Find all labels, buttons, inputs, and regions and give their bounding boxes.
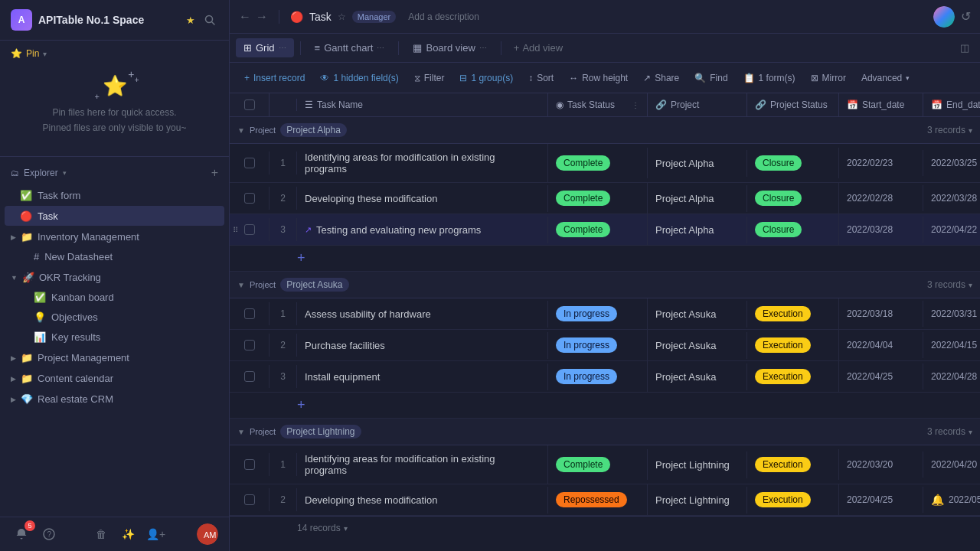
project-management-header[interactable]: ▶ 📁 Project Management: [0, 348, 229, 367]
row-checkbox[interactable]: [244, 340, 255, 350]
status-badge: In progress: [556, 369, 617, 384]
tab-grid[interactable]: ⊞ Grid ⋯: [236, 38, 294, 57]
row-checkbox[interactable]: [244, 494, 255, 505]
explorer-header[interactable]: 🗂 Explorer ▾ +: [0, 161, 229, 184]
content-calendar-header[interactable]: ▶ 📁 Content calendar: [0, 369, 229, 388]
group-alpha-chevron-icon[interactable]: ▼: [237, 126, 245, 135]
group-lightning-tag[interactable]: Project Lightning: [280, 425, 361, 439]
row-status: Complete: [548, 449, 648, 480]
group-asuka-chevron-icon[interactable]: ▼: [237, 281, 245, 289]
mirror-button[interactable]: ⊠ Mirror: [804, 70, 853, 86]
group-asuka-count[interactable]: 3 records ▾: [927, 279, 972, 290]
sidebar-item-task-form[interactable]: ✅ Task form: [5, 185, 224, 205]
share-button[interactable]: ↗ Share: [636, 70, 686, 86]
insert-record-button[interactable]: + Insert record: [237, 70, 312, 86]
tab-gantt[interactable]: ≡ Gantt chart ⋯: [307, 38, 393, 57]
sidebar-item-new-datasheet[interactable]: # New Datasheet: [12, 247, 224, 266]
row-task-name[interactable]: ↗ Testing and evaluating new programs: [297, 217, 548, 243]
okr-label: OKR Tracking: [39, 272, 101, 283]
table-row: 1 Identifying areas for modification in …: [230, 445, 980, 484]
hidden-fields-button[interactable]: 👁 1 hidden field(s): [313, 70, 405, 86]
add-row-alpha[interactable]: +: [230, 246, 980, 272]
form-button[interactable]: 📋 1 form(s): [737, 70, 802, 86]
group-alpha-tag[interactable]: Project Alpha: [280, 123, 347, 137]
user-avatar[interactable]: AM: [197, 523, 218, 545]
row-num: 1: [270, 453, 297, 476]
header-checkbox[interactable]: [244, 99, 255, 110]
sort-icon: ↕: [528, 73, 533, 83]
row-checkbox[interactable]: [244, 459, 255, 470]
mirror-icon: ⊠: [811, 73, 818, 83]
row-task-name[interactable]: Install equipment: [297, 364, 548, 390]
group-alpha-count[interactable]: 3 records ▾: [927, 125, 972, 135]
row-checkbox[interactable]: [244, 224, 255, 235]
row-project: Project Asuka: [648, 364, 747, 390]
eye-icon: 👁: [320, 73, 329, 83]
row-task-name[interactable]: Developing these modification: [297, 487, 548, 514]
row-task-name[interactable]: Identifying areas for modification in ex…: [297, 144, 548, 182]
total-records-footer[interactable]: 14 records ▾: [230, 516, 980, 540]
table-container: ☰ Task Name ◉ Task Status ⋮ 🔗 Project 🔗 …: [230, 93, 980, 551]
gantt-options-icon[interactable]: ⋯: [377, 44, 384, 52]
row-task-name[interactable]: Purchase facilities: [297, 332, 548, 359]
row-expand-icon[interactable]: ↗: [305, 225, 312, 235]
key-results-label: Key results: [51, 331, 100, 343]
svg-point-6: [933, 6, 955, 28]
row-height-button[interactable]: ↔ Row height: [562, 70, 635, 86]
sidebar-item-objectives[interactable]: 💡 Objectives: [12, 308, 224, 327]
group-button[interactable]: ⊟ 1 group(s): [452, 70, 520, 86]
row-checkbox[interactable]: [244, 308, 255, 319]
row-checkbox[interactable]: [244, 158, 255, 168]
row-end-date: 2022/04/20: [923, 452, 980, 478]
re-label: Real estate CRM: [38, 393, 113, 405]
group-header-project-alpha: ▼ Project Project Alpha 3 records ▾: [230, 117, 980, 144]
add-row-asuka[interactable]: +: [230, 393, 980, 419]
board-options-icon[interactable]: ⋯: [479, 44, 487, 52]
real-estate-crm-header[interactable]: ▶ 💎 Real estate CRM: [0, 390, 229, 409]
workspace-name: APITable No.1 Space: [38, 14, 180, 26]
sidebar-item-kanban[interactable]: ✅ Kanban board: [12, 288, 224, 307]
sort-button[interactable]: ↕ Sort: [521, 70, 560, 86]
view-tabs: ⊞ Grid ⋯ ≡ Gantt chart ⋯ ▦ Board view ⋯ …: [230, 34, 980, 63]
row-checkbox-cell: [230, 187, 270, 210]
refresh-button[interactable]: ↺: [961, 9, 971, 24]
add-nav-button[interactable]: +: [211, 166, 218, 180]
search-button[interactable]: [201, 11, 218, 28]
sidebar-item-task[interactable]: 🔴 Task: [5, 206, 224, 226]
row-proj-status: Execution: [747, 298, 839, 329]
sidebar-item-key-results[interactable]: 📊 Key results: [12, 328, 224, 347]
help-button[interactable]: ?: [38, 523, 60, 545]
find-button[interactable]: 🔍 Find: [688, 70, 734, 86]
advanced-button[interactable]: Advanced ▾: [854, 70, 916, 86]
row-task-name[interactable]: Assess usability of hardware: [297, 301, 548, 328]
row-checkbox[interactable]: [244, 371, 255, 382]
grid-options-icon[interactable]: ⋯: [279, 44, 286, 52]
collapse-sidebar-button[interactable]: ◫: [956, 39, 974, 57]
forward-button[interactable]: →: [256, 10, 268, 24]
pin-button[interactable]: ⭐ Pin ▾: [11, 48, 218, 59]
filter-button[interactable]: ⧖ Filter: [407, 70, 452, 86]
group-lightning-count[interactable]: 3 records ▾: [927, 426, 972, 437]
delete-button[interactable]: 🗑: [90, 523, 112, 545]
share-sidebar-button[interactable]: ✨: [118, 523, 139, 545]
group-asuka-tag[interactable]: Project Asuka: [280, 278, 348, 292]
group-alpha-project-label: Project: [250, 126, 276, 135]
tab-board[interactable]: ▦ Board view ⋯: [405, 38, 494, 57]
row-task-name[interactable]: Developing these modification: [297, 185, 548, 212]
pin-desc1: Pin files here for quick access.: [52, 107, 176, 118]
notifications-button[interactable]: 5: [11, 523, 32, 545]
task-status-sort-icon[interactable]: ⋮: [632, 101, 639, 109]
row-start-date: 2022/04/25: [839, 364, 923, 390]
group-lightning-chevron-icon[interactable]: ▼: [237, 428, 245, 436]
back-button[interactable]: ←: [239, 10, 251, 24]
row-checkbox[interactable]: [244, 193, 255, 204]
topbar-avatar[interactable]: [933, 6, 955, 28]
row-project: Project Lightning: [648, 452, 747, 478]
inventory-management-header[interactable]: ▶ 📁 Inventory Management: [0, 227, 229, 246]
row-task-name[interactable]: Identifying areas for modification in ex…: [297, 445, 548, 484]
okr-tracking-header[interactable]: ▼ 🚀 OKR Tracking: [0, 268, 229, 287]
add-view-button[interactable]: + Add view: [508, 39, 569, 57]
add-member-button[interactable]: 👤+: [145, 523, 167, 545]
advanced-label: Advanced: [861, 73, 902, 83]
okr-children: ✅ Kanban board 💡 Objectives 📊 Key result…: [0, 288, 229, 347]
